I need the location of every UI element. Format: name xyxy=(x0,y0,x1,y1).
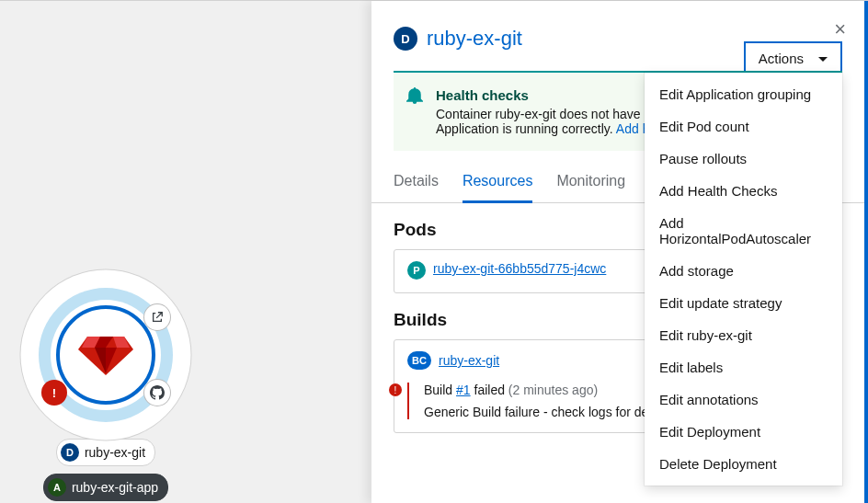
application-badge: A xyxy=(48,478,66,497)
build-status-prefix: Build xyxy=(424,383,456,397)
alert-body-2: Application is running correctly. xyxy=(436,121,616,136)
buildconfig-link[interactable]: ruby-ex-git xyxy=(439,353,499,368)
build-error-icon: ! xyxy=(389,383,402,396)
external-link-icon[interactable] xyxy=(144,304,170,330)
menu-edit-update-strategy[interactable]: Edit update strategy xyxy=(645,287,842,319)
bell-icon xyxy=(406,87,423,107)
github-icon[interactable] xyxy=(144,380,170,406)
deployment-badge: D xyxy=(394,27,417,51)
menu-pause-rollouts[interactable]: Pause rollouts xyxy=(645,143,842,175)
close-icon[interactable]: × xyxy=(834,17,846,41)
deployment-badge: D xyxy=(61,443,79,462)
build-number-link[interactable]: #1 xyxy=(456,383,471,397)
group-label[interactable]: A ruby-ex-git-app xyxy=(43,474,168,501)
group-label-text: ruby-ex-git-app xyxy=(72,480,158,495)
node-label[interactable]: D ruby-ex-git xyxy=(56,439,155,466)
actions-menu: Edit Application grouping Edit Pod count… xyxy=(645,73,842,486)
tab-details[interactable]: Details xyxy=(394,173,439,202)
menu-delete-deployment[interactable]: Delete Deployment xyxy=(645,448,842,480)
menu-add-hpa[interactable]: Add HorizontalPodAutoscaler xyxy=(645,207,842,255)
menu-edit-deployment[interactable]: Edit Deployment xyxy=(645,416,842,448)
menu-edit-labels[interactable]: Edit labels xyxy=(645,351,842,383)
menu-edit-pod-count[interactable]: Edit Pod count xyxy=(645,110,842,143)
build-timestamp: (2 minutes ago) xyxy=(508,383,598,397)
error-icon[interactable] xyxy=(41,380,67,406)
ruby-logo-icon xyxy=(76,333,135,377)
panel-title-text: ruby-ex-git xyxy=(427,27,522,51)
topology-canvas[interactable]: D ruby-ex-git A ruby-ex-git-app × D ruby… xyxy=(0,0,868,503)
buildconfig-badge: BC xyxy=(407,351,431,370)
build-status-suffix: failed xyxy=(471,383,505,397)
tab-resources[interactable]: Resources xyxy=(463,173,532,203)
menu-edit-annotations[interactable]: Edit annotations xyxy=(645,383,842,416)
tab-monitoring[interactable]: Monitoring xyxy=(556,173,625,202)
node-label-text: ruby-ex-git xyxy=(85,445,145,460)
menu-edit-app-grouping[interactable]: Edit Application grouping xyxy=(645,78,842,110)
side-panel: × D ruby-ex-git Actions Health checks Co… xyxy=(371,1,868,503)
topology-node[interactable]: D ruby-ex-git A ruby-ex-git-app xyxy=(18,268,193,501)
menu-edit-resource[interactable]: Edit ruby-ex-git xyxy=(645,319,842,351)
pod-link[interactable]: ruby-ex-git-66bb55d775-j4cwc xyxy=(433,261,606,276)
menu-add-health-checks[interactable]: Add Health Checks xyxy=(645,175,842,207)
pod-badge: P xyxy=(407,261,426,280)
menu-add-storage[interactable]: Add storage xyxy=(645,255,842,287)
